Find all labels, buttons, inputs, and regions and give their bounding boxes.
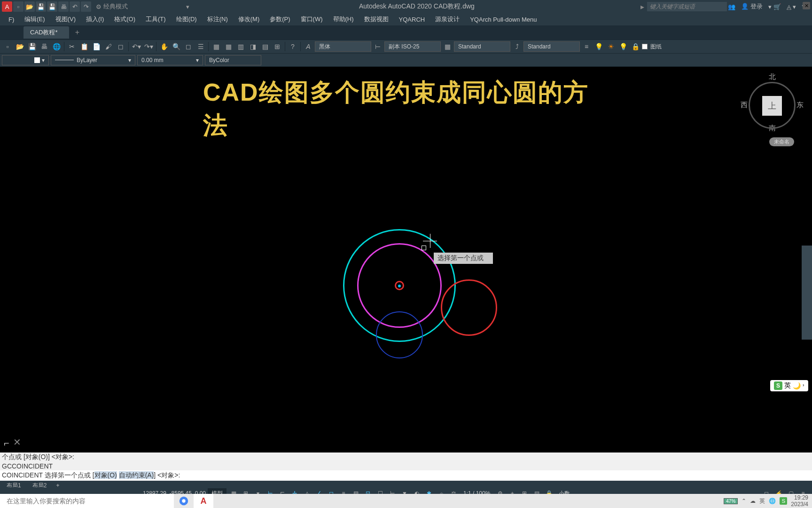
center-point[interactable] [398,285,401,287]
text-style-icon[interactable]: A [303,41,314,52]
drawing-canvas[interactable]: CAD绘图多个圆约束成同心圆的方法 选择第一个点或 北 西 东 南 上 未命名 … [0,67,812,452]
network-icon[interactable]: 🌐 [769,498,776,504]
viewcube-unnamed-button[interactable]: 未命名 [769,137,794,146]
clock[interactable]: 19:29 2023/4 [791,494,808,508]
layer-icon[interactable]: ≡ [581,41,592,52]
menu-parametric[interactable]: 参数(P) [265,14,295,25]
mlinestyle-dropdown[interactable]: Standard [523,41,580,52]
tool-palette-icon[interactable]: ▦ [223,41,234,52]
open-icon[interactable]: 📂 [24,1,35,12]
saveas-icon[interactable]: 💾 [47,1,57,12]
bulb2-icon[interactable]: 💡 [617,41,629,52]
menu-edit[interactable]: 编辑(E) [20,14,49,25]
command-window[interactable]: 个点或 [对象(O)] <对象>: GCCOINCIDENT COINCIDEN… [0,452,812,481]
menu-dataview[interactable]: 数据视图 [359,14,393,25]
properties-icon[interactable]: ☰ [195,41,206,52]
viewcube-west[interactable]: 西 [741,101,748,110]
help-tool-icon[interactable]: ? [287,41,298,52]
menu-yqarch-pulldown[interactable]: YQArch Pull-down Menu [465,15,541,24]
document-tab[interactable]: CAD教程* [23,26,69,39]
viewcube-top-face[interactable]: 上 [762,96,782,116]
linetype-dropdown[interactable]: ByLayer▾ [51,55,135,65]
paste-icon[interactable]: 📄 [91,41,102,52]
zoom-icon[interactable]: 🔍 [171,41,182,52]
tab-add-button[interactable]: + [73,28,82,37]
color-dropdown[interactable]: ▾ [2,55,49,65]
print-icon[interactable]: 🖶 [39,41,50,52]
circle-blue[interactable] [376,311,423,358]
publish-icon[interactable]: 🌐 [51,41,62,52]
keyword-search[interactable]: 键入关键字或短语 [647,2,727,11]
menu-format[interactable]: 格式(O) [109,14,140,25]
tablestyle-dropdown[interactable]: Standard [454,41,510,52]
save-icon[interactable]: 💾 [36,1,46,12]
chrome-icon[interactable] [174,494,194,508]
lock-toggle-icon[interactable]: 🔒 [630,41,641,52]
mleader-style-icon[interactable]: ⤴ [511,41,523,52]
sheet-set-icon[interactable]: ▥ [235,41,246,52]
menu-dimension[interactable]: 标注(N) [203,14,233,25]
undo-icon[interactable]: ↶ [70,1,80,12]
pan-icon[interactable]: ✋ [158,41,170,52]
save-file-icon[interactable]: 💾 [26,41,38,52]
quickcalc-icon[interactable]: ▤ [259,41,271,52]
redo-tool-icon[interactable]: ↷▾ [143,41,154,52]
menu-file[interactable]: F) [4,15,19,24]
tray-chevron-icon[interactable]: ⌃ [742,498,746,504]
autocad-logo-icon[interactable]: A [2,1,12,12]
login-button[interactable]: 👤登录 [741,2,763,11]
redo-icon[interactable]: ↷ [81,1,91,12]
design-center-icon[interactable]: ▦ [211,41,222,52]
viewcube-north[interactable]: 北 [769,72,776,81]
open-file-icon[interactable]: 📂 [14,41,25,52]
navigation-bar[interactable] [802,246,812,340]
menu-tools[interactable]: 工具(T) [141,14,171,25]
menu-help[interactable]: 帮助(H) [328,14,359,25]
circle-red[interactable] [441,279,497,336]
zoom-window-icon[interactable]: ◻ [183,41,194,52]
windows-search-input[interactable] [0,494,174,508]
autocad-taskbar-icon[interactable]: A [194,494,213,508]
color-swatch[interactable] [642,44,648,49]
menu-draw[interactable]: 绘图(D) [172,14,202,25]
properties-toolbar: ▾ ByLayer▾ 0.00 mm▾ ByColor [0,54,812,67]
menu-yqarch[interactable]: YQARCH [394,15,430,24]
cart-icon[interactable]: ▾ 🛒 [768,3,781,10]
markup-icon[interactable]: ◨ [247,41,258,52]
table-style-icon[interactable]: ▦ [442,41,453,52]
calculator-icon[interactable]: ⊞ [272,41,283,52]
workspace-dropdown[interactable]: ⚙ 经典模式 ▾ [92,2,193,11]
match-icon[interactable]: 🖌 [103,41,114,52]
dimstyle-dropdown[interactable]: 副本 ISO-25 [384,41,441,52]
plotstyle-dropdown[interactable]: ByColor [205,55,261,65]
viewcube-east[interactable]: 东 [796,101,804,110]
app-exchange-icon[interactable]: ◬ ▾ [787,3,796,10]
sogou-tray-icon[interactable]: S [780,497,787,505]
copy-icon[interactable]: 📋 [78,41,90,52]
menu-view[interactable]: 视图(V) [51,14,80,25]
undo-tool-icon[interactable]: ↶▾ [131,41,142,52]
ime-indicator[interactable]: S 英 🌙 ˒ [770,380,808,391]
menu-yuanquan[interactable]: 源泉设计 [430,14,464,25]
font-dropdown[interactable]: 黑体 [315,41,371,52]
dim-style-icon[interactable]: ⊢ [372,41,383,52]
menu-insert[interactable]: 插入(I) [81,14,109,25]
plot-icon[interactable]: 🖶 [58,1,69,12]
new-file-icon[interactable]: ▫ [2,41,13,52]
tab-close-button[interactable]: ✕ [803,2,810,9]
command-input-line[interactable]: COINCIDENT 选择第一个点或 [对象(O) 自动约束(A)] <对象>: [0,470,812,481]
lineweight-dropdown[interactable]: 0.00 mm▾ [137,55,203,65]
tray-lang[interactable]: 英 [759,497,765,505]
bulb1-icon[interactable]: 💡 [593,41,604,52]
menu-modify[interactable]: 修改(M) [234,14,265,25]
viewcube[interactable]: 北 西 东 南 上 [746,72,798,124]
connect-icon[interactable]: 👥 [728,3,735,10]
sogou-icon: S [774,381,782,390]
sun-icon[interactable]: ☀ [605,41,617,52]
onedrive-icon[interactable]: ☁ [750,498,756,504]
block-icon[interactable]: ◻ [115,41,126,52]
battery-indicator[interactable]: 47% [724,498,738,504]
cut-icon[interactable]: ✂ [66,41,78,52]
new-icon[interactable]: ▫ [13,1,23,12]
menu-window[interactable]: 窗口(W) [296,14,328,25]
